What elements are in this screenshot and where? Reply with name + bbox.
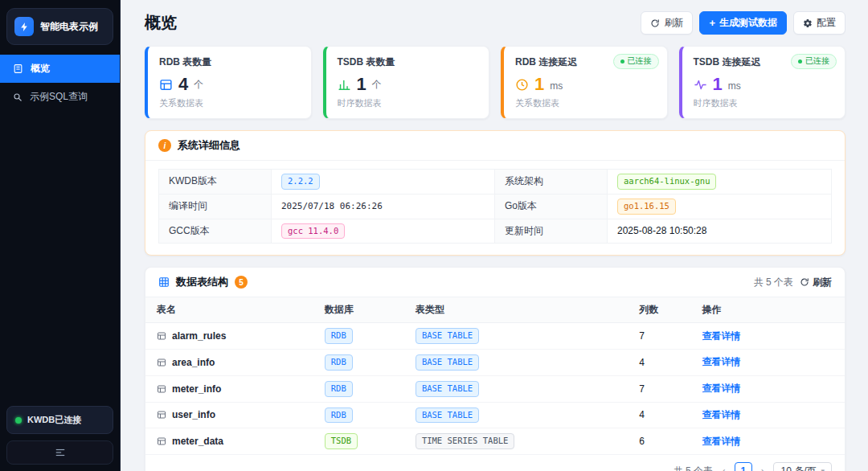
stat-unit: ms [550, 80, 563, 93]
sidebar-footer: KWDB已连接 [0, 399, 120, 471]
main-content: 概览 刷新 + 生成测试数据 配置 RDB 表数量 [121, 0, 868, 471]
latency-pulse-icon [694, 78, 707, 92]
table-row-icon [157, 331, 166, 341]
table-row-icon [157, 384, 166, 394]
header-actions: 刷新 + 生成测试数据 配置 [641, 11, 845, 35]
generate-test-data-button[interactable]: + 生成测试数据 [699, 11, 787, 35]
table-count-badge: 5 [235, 276, 248, 289]
table-row-icon [157, 358, 166, 367]
table-row: user_info RDB BASE TABLE 4 查看详情 [145, 402, 845, 428]
stat-title: RDB 表数量 [159, 55, 300, 69]
pagination: 共 5 个表 ‹ 1 › 10 条/页 ▾ [145, 455, 845, 471]
table-row: area_info RDB BASE TABLE 4 查看详情 [145, 350, 845, 376]
app-title: 智能电表示例 [40, 20, 98, 34]
db-badge: TSDB [325, 433, 358, 449]
pagination-total: 共 5 个表 [674, 465, 713, 471]
grid-icon [158, 276, 170, 288]
db-badge: RDB [325, 354, 353, 371]
column-header-action: 操作 [691, 297, 845, 323]
table-total-label: 共 5 个表 [754, 276, 793, 289]
table-type-badge: BASE TABLE [416, 328, 479, 344]
connected-dot-icon [15, 417, 22, 424]
db-badge: RDB [325, 381, 353, 397]
view-details-link[interactable]: 查看详情 [702, 409, 741, 420]
table-row-icon [157, 436, 166, 446]
plus-icon: + [709, 18, 715, 28]
table-refresh-button[interactable]: 刷新 [800, 276, 832, 289]
table-structure-card: 数据表结构 5 共 5 个表 刷新 表名 数据库 表类型 列数 操作 [145, 267, 845, 471]
badge-dot-icon [620, 59, 624, 63]
stat-value: 4 [178, 76, 188, 93]
connected-badge: 已连接 [791, 54, 837, 69]
table-row: alarm_rules RDB BASE TABLE 7 查看详情 [145, 323, 845, 350]
page-number-1[interactable]: 1 [735, 462, 752, 471]
column-count: 7 [628, 323, 690, 350]
menu-fold-icon [55, 447, 66, 458]
table-type-badge: TIME SERIES TABLE [416, 433, 514, 449]
stat-unit: 个 [194, 78, 203, 93]
app-logo: 智能电表示例 [6, 8, 113, 45]
column-header-name: 表名 [145, 297, 313, 323]
sidebar-nav: 概览 示例SQL查询 [0, 55, 120, 111]
column-header-cols: 列数 [628, 297, 690, 323]
gcc-version-tag: gcc 11.4.0 [281, 223, 345, 240]
connection-status-label: KWDB已连接 [27, 414, 81, 426]
stat-subtitle: 关系数据表 [159, 97, 300, 109]
stat-card-tsdb-latency: 已连接 TSDB 连接延迟 1 ms 时序数据表 [679, 46, 846, 119]
badge-dot-icon [798, 59, 802, 63]
table-row: meter_info RDB BASE TABLE 7 查看详情 [145, 375, 845, 402]
column-count: 4 [628, 350, 690, 376]
column-header-db: 数据库 [313, 297, 404, 323]
info-icon: i [158, 139, 171, 152]
stat-subtitle: 时序数据表 [338, 97, 478, 109]
table-icon [159, 78, 173, 92]
info-label: Go版本 [495, 195, 608, 219]
prev-page-button[interactable]: ‹ [720, 465, 727, 471]
view-details-link[interactable]: 查看详情 [702, 356, 741, 367]
page-title: 概览 [145, 12, 177, 34]
update-time-value: 2025-08-28 10:50:28 [617, 225, 706, 236]
info-label: 系统架构 [495, 170, 608, 194]
info-label: GCC版本 [159, 219, 272, 244]
sidebar-item-label: 示例SQL查询 [30, 90, 88, 104]
next-page-button[interactable]: › [760, 465, 767, 471]
sidebar-item-sql-query[interactable]: 示例SQL查询 [0, 83, 120, 111]
system-info-grid: KWDB版本 2.2.2 系统架构 aarch64-linux-gnu 编译时间… [145, 161, 845, 255]
table-row: meter_data TSDB TIME SERIES TABLE 6 查看详情 [145, 428, 845, 455]
stat-card-tsdb-tables: TSDB 表数量 1 个 时序数据表 [323, 46, 490, 119]
bar-chart-icon [338, 78, 351, 92]
info-label: 更新时间 [495, 219, 608, 244]
info-label: 编译时间 [159, 195, 272, 219]
view-details-link[interactable]: 查看详情 [702, 436, 741, 447]
app-root: 智能电表示例 概览 示例SQL查询 KWDB已连接 [0, 0, 868, 471]
search-icon [13, 92, 23, 102]
table-type-badge: BASE TABLE [416, 354, 479, 371]
table-type-badge: BASE TABLE [416, 408, 479, 424]
kwdb-version-tag: 2.2.2 [281, 174, 320, 190]
column-header-type: 表类型 [404, 297, 628, 323]
arch-tag: aarch64-linux-gnu [617, 174, 716, 190]
sidebar-item-overview[interactable]: 概览 [0, 55, 120, 83]
page-size-select[interactable]: 10 条/页 ▾ [773, 462, 832, 471]
db-badge: RDB [325, 328, 353, 344]
stat-subtitle: 关系数据表 [515, 97, 656, 109]
refresh-icon [650, 18, 660, 28]
stat-subtitle: 时序数据表 [694, 97, 834, 109]
lightning-icon [14, 17, 34, 36]
sidebar: 智能电表示例 概览 示例SQL查询 KWDB已连接 [0, 0, 121, 471]
refresh-button[interactable]: 刷新 [641, 11, 693, 35]
table-row-icon [157, 410, 166, 420]
stat-title: TSDB 表数量 [338, 55, 478, 69]
connection-status: KWDB已连接 [6, 406, 113, 434]
stat-value: 1 [713, 76, 723, 93]
system-info-title: 系统详细信息 [178, 138, 240, 153]
clock-icon [515, 78, 529, 92]
view-details-link[interactable]: 查看详情 [702, 383, 741, 394]
sidebar-collapse-button[interactable] [6, 440, 113, 465]
view-details-link[interactable]: 查看详情 [702, 330, 741, 342]
stat-value: 1 [357, 76, 366, 93]
column-count: 7 [628, 375, 690, 402]
config-button[interactable]: 配置 [793, 11, 845, 35]
table-structure-title: 数据表结构 [176, 275, 228, 289]
table-type-badge: BASE TABLE [416, 381, 479, 397]
